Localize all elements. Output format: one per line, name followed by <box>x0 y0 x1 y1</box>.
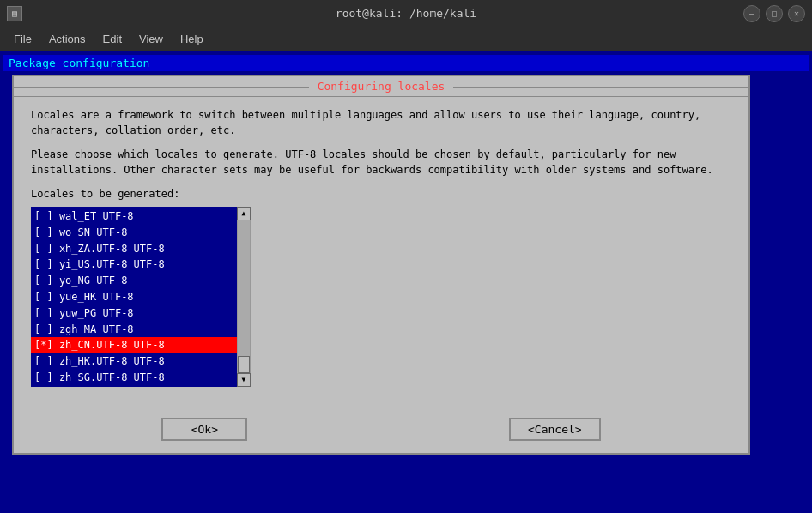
dialog-title: Configuring locales <box>309 80 454 93</box>
list-item[interactable]: [ ] zh_SG.UTF-8 UTF-8 <box>31 370 237 386</box>
list-item[interactable]: [ ] zgh_MA UTF-8 <box>31 322 237 338</box>
menu-edit[interactable]: Edit <box>94 31 130 47</box>
window-controls: – □ ✕ <box>743 5 805 22</box>
description-1: Locales are a framework to switch betwee… <box>31 107 731 138</box>
dialog-box: Configuring locales Locales are a framew… <box>12 75 750 455</box>
scrollbar-up-button[interactable]: ▲ <box>237 207 251 220</box>
list-item[interactable]: [ ] yuw_PG UTF-8 <box>31 305 237 322</box>
menu-bar: File Actions Edit View Help <box>0 27 812 51</box>
minimize-button[interactable]: – <box>743 5 760 22</box>
close-button[interactable]: ✕ <box>788 5 805 22</box>
cancel-button[interactable]: <Cancel> <box>509 418 601 441</box>
list-item[interactable]: [ ] yo_NG UTF-8 <box>31 273 237 289</box>
scrollbar-thumb[interactable] <box>238 356 250 373</box>
terminal-icon: ▤ <box>7 6 22 21</box>
ok-button[interactable]: <Ok> <box>161 418 247 441</box>
list-item[interactable]: [ ] zh_TW.UTF-8 UTF-8 <box>31 386 237 387</box>
list-item[interactable]: [ ] yi_US.UTF-8 UTF-8 <box>31 256 237 273</box>
window-title: root@kali: /home/kali <box>336 7 476 20</box>
pkg-config-header: Package configuration <box>3 55 809 71</box>
description-2: Please choose which locales to generate.… <box>31 147 731 178</box>
list-item[interactable]: [ ] xh_ZA.UTF-8 UTF-8 <box>31 241 237 257</box>
list-item[interactable]: [ ] zh_HK.UTF-8 UTF-8 <box>31 353 237 370</box>
locales-label: Locales to be generated: <box>31 186 731 202</box>
maximize-button[interactable]: □ <box>766 5 783 22</box>
locales-container: [ ] wal_ET UTF-8 [ ] wo_SN UTF-8 [ ] xh_… <box>31 207 731 387</box>
list-item-selected[interactable]: [*] zh_CN.UTF-8 UTF-8 <box>31 337 237 353</box>
dialog-title-bar: Configuring locales <box>14 76 748 97</box>
dialog-content: Locales are a framework to switch betwee… <box>14 97 748 411</box>
scrollbar[interactable]: ▲ ▼ <box>237 207 251 387</box>
menu-view[interactable]: View <box>130 31 172 47</box>
menu-help[interactable]: Help <box>172 31 212 47</box>
terminal-body: Package configuration Configuring locale… <box>0 51 812 513</box>
locales-list[interactable]: [ ] wal_ET UTF-8 [ ] wo_SN UTF-8 [ ] xh_… <box>31 207 237 387</box>
title-bar: ▤ root@kali: /home/kali – □ ✕ <box>0 0 812 27</box>
title-bar-left: ▤ <box>7 6 29 21</box>
scrollbar-down-button[interactable]: ▼ <box>237 373 251 387</box>
dialog-buttons: <Ok> <Cancel> <box>14 411 748 453</box>
terminal-window: ▤ root@kali: /home/kali – □ ✕ File Actio… <box>0 0 812 513</box>
scrollbar-track <box>238 220 250 373</box>
list-item[interactable]: [ ] wo_SN UTF-8 <box>31 225 237 241</box>
menu-file[interactable]: File <box>5 31 40 47</box>
list-item[interactable]: [ ] yue_HK UTF-8 <box>31 289 237 305</box>
menu-actions[interactable]: Actions <box>40 31 94 47</box>
list-item[interactable]: [ ] wal_ET UTF-8 <box>31 208 237 225</box>
